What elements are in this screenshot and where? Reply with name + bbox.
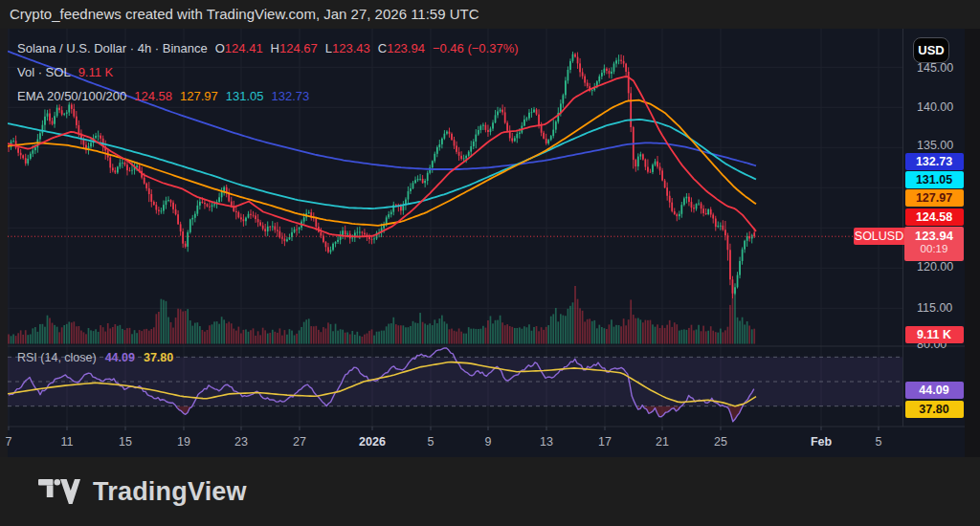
time-axis-label: 23 (234, 435, 248, 449)
time-axis-label: 13 (540, 435, 553, 449)
time-axis-label: 9 (485, 435, 492, 449)
time-axis-label: 11 (61, 435, 74, 449)
volume-value: 9.11 K (78, 60, 114, 84)
rsi-label: RSI (14, close) (17, 351, 97, 364)
time-axis[interactable]: 7111519232720265913172125Feb5 (8, 427, 902, 457)
time-axis-label: 25 (714, 435, 727, 449)
axis-value-badge: 44.09 (905, 382, 964, 399)
ema200-value: 132.73 (272, 84, 310, 108)
volume-label: Vol · SOL (17, 60, 71, 84)
symbol-price-tag: SOLUSD (854, 228, 904, 245)
time-axis-label: 7 (6, 435, 12, 449)
tradingview-published-chart: Crypto_feednews created with TradingView… (0, 0, 980, 526)
price-axis-label: 145.00 (917, 61, 953, 75)
time-axis-label: 15 (119, 435, 132, 449)
ohlc-high: H124.67 (271, 36, 318, 60)
ohlc-close: C123.94 (378, 36, 425, 60)
ema-row[interactable]: EMA 20/50/100/200 124.58 127.97 131.05 1… (17, 84, 519, 108)
price-axis-label: 140.00 (917, 100, 953, 114)
symbol-ohlc-row[interactable]: Solana / U.S. Dollar · 4h · Binance O124… (17, 36, 519, 60)
symbol-title: Solana / U.S. Dollar · 4h · Binance (17, 36, 208, 60)
bar-countdown: 00:19 (904, 243, 964, 254)
time-axis-label: 2026 (359, 435, 386, 449)
axis-value-badge: 124.58 (905, 208, 964, 226)
price-change: −0.46 (−0.37%) (433, 36, 519, 60)
time-axis-label: 27 (293, 435, 306, 449)
tradingview-logo[interactable]: TradingView (38, 477, 247, 507)
last-price-value: 123.94 (904, 229, 964, 243)
axis-value-badge: 37.80 (905, 401, 964, 418)
time-axis-label: 5 (876, 435, 882, 449)
price-axis-label: 135.00 (917, 139, 953, 152)
axis-value-badge: 132.73 (905, 153, 964, 170)
ohlc-low: L123.43 (325, 36, 370, 60)
ema20-value: 124.58 (134, 84, 172, 108)
axis-value-badge: 131.05 (905, 171, 964, 188)
price-axis-label: 115.00 (917, 301, 952, 315)
ema100-value: 131.05 (226, 84, 264, 108)
ema50-value: 127.97 (180, 84, 218, 108)
last-price-badge: 123.94 00:19 (904, 227, 964, 261)
ohlc-open: O124.41 (215, 36, 263, 60)
time-axis-label: 5 (428, 435, 434, 449)
ema-label: EMA 20/50/100/200 (17, 84, 126, 108)
rsi-header[interactable]: RSI (14, close) 44.09 37.80 (17, 351, 173, 364)
time-axis-label: 21 (656, 435, 669, 449)
symbol-header: Solana / U.S. Dollar · 4h · Binance O124… (17, 36, 519, 108)
price-axis-label: 120.00 (917, 260, 953, 274)
rsi-ma-value: 37.80 (144, 351, 173, 364)
time-axis-label: 17 (598, 435, 612, 449)
bottom-bar: TradingView (0, 457, 980, 526)
time-axis-label: Feb (811, 435, 832, 449)
time-axis-label: 19 (177, 435, 190, 449)
tradingview-logo-icon (38, 477, 80, 506)
axis-value-badge: 9.11 K (905, 326, 964, 343)
brand-name: TradingView (93, 477, 247, 507)
volume-row[interactable]: Vol · SOL 9.11 K (17, 60, 519, 84)
rsi-value: 44.09 (105, 351, 135, 364)
axis-value-badge: 127.97 (905, 189, 964, 207)
